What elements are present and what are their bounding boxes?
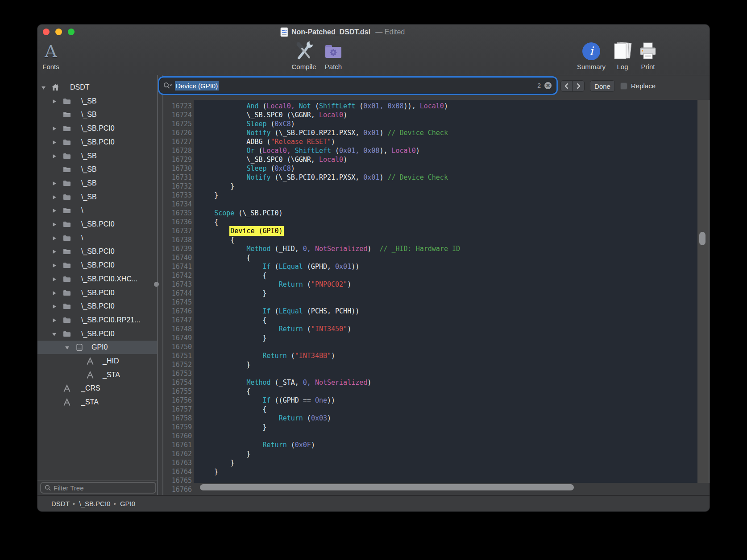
disclosure-open-icon[interactable] — [52, 332, 57, 337]
disclosure-closed-icon[interactable] — [52, 126, 57, 131]
disclosure-closed-icon[interactable] — [52, 140, 57, 145]
horizontal-scrollbar[interactable] — [200, 484, 574, 490]
sidebar-item-label: \_SB — [81, 149, 97, 163]
method-icon — [62, 384, 71, 393]
sidebar-item-sbpci0[interactable]: \_SB.PCI0 — [37, 122, 157, 135]
folder-icon — [62, 316, 71, 325]
breadcrumb-scope[interactable]: \_SB.PCI0 — [79, 500, 110, 507]
sidebar-item-[interactable]: \ — [37, 204, 157, 217]
window-title: Non-Patched_DSDT.dsl — [291, 28, 370, 36]
sidebar-item-label: \_SB — [81, 190, 97, 204]
disclosure-closed-icon[interactable] — [52, 154, 57, 159]
sidebar-item-crs[interactable]: _CRS — [37, 382, 157, 395]
disclosure-closed-icon[interactable] — [52, 249, 57, 254]
find-previous-button[interactable] — [560, 80, 573, 92]
disclosure-closed-icon[interactable] — [52, 291, 57, 296]
sidebar-item-label: _HID — [103, 354, 119, 368]
sidebar-item-sb[interactable]: \_SB — [37, 95, 157, 108]
sidebar-item-label: \_SB — [81, 163, 97, 176]
compile-icon — [293, 41, 315, 62]
sidebar-item-gpi0[interactable]: GPI0 — [37, 341, 157, 354]
zoom-traffic-light[interactable] — [68, 29, 75, 35]
sidebar-item-sbpci0[interactable]: \_SB.PCI0 — [37, 286, 157, 300]
vertical-scrollbar[interactable] — [699, 232, 706, 245]
sidebar-item-sb[interactable]: \_SB — [37, 163, 157, 176]
disclosure-closed-icon[interactable] — [52, 304, 57, 309]
disclosure-closed-icon[interactable] — [52, 263, 57, 268]
disclosure-open-icon[interactable] — [65, 345, 70, 350]
breadcrumb-root[interactable]: DSDT — [51, 500, 70, 507]
folder-icon — [62, 234, 71, 243]
sidebar-item-sbpci0[interactable]: \_SB.PCI0 — [37, 245, 157, 258]
disclosure-closed-icon[interactable] — [52, 181, 57, 186]
sidebar-item-sta[interactable]: _STA — [37, 395, 157, 409]
folder-icon — [62, 97, 71, 106]
disclosure-closed-icon[interactable] — [52, 236, 57, 241]
sidebar-item-sbpci0[interactable]: \_SB.PCI0 — [37, 136, 157, 149]
done-button[interactable]: Done — [590, 80, 615, 92]
sidebar-item-label: \_SB.PCI0 — [81, 259, 115, 272]
folder-icon — [62, 288, 71, 297]
toolbar-item-fonts[interactable]: A Fonts — [37, 41, 71, 70]
disclosure-closed-icon[interactable] — [52, 99, 57, 104]
print-icon — [638, 41, 658, 62]
sidebar-item-sb[interactable]: \_SB — [37, 149, 157, 163]
clear-search-icon[interactable]: ✕ — [544, 82, 552, 89]
code-lines: And (Local0, Not (ShiftLeft (0x01, 0x08)… — [194, 100, 697, 483]
sidebar-item-label: DSDT — [70, 81, 90, 94]
window-header: Non-Patched_DSDT.dsl — Edited A Fonts Co… — [37, 25, 710, 75]
filter-tree-input[interactable]: Filter Tree — [40, 482, 156, 494]
disclosure-closed-icon[interactable] — [52, 195, 57, 200]
chevron-right-icon — [577, 83, 581, 89]
sidebar-item-sb[interactable]: \_SB — [37, 177, 157, 190]
find-query-text: Device (GPI0) — [175, 81, 219, 91]
sidebar-filter-separator — [37, 480, 157, 481]
code-editor[interactable]: And (Local0, Not (ShiftLeft (0x01, 0x08)… — [194, 100, 697, 483]
replace-checkbox[interactable] — [620, 82, 627, 90]
disclosure-open-icon[interactable] — [41, 85, 46, 90]
sidebar-item-sbpci0xhc[interactable]: \_SB.PCI0.XHC... — [37, 272, 157, 286]
toolbar-item-patch[interactable]: Patch — [313, 41, 353, 70]
sidebar-item-sta[interactable]: _STA — [37, 368, 157, 382]
folder-icon — [62, 302, 71, 311]
disclosure-closed-icon[interactable] — [52, 318, 57, 323]
sidebar-item-label: \_SB.PCI0 — [81, 286, 115, 300]
sidebar-item-sbpci0rp21[interactable]: \_SB.PCI0.RP21... — [37, 313, 157, 327]
status-bar: DSDT ▸ \_SB.PCI0 ▸ GPI0 — [37, 495, 710, 511]
toolbar-item-print[interactable]: Print — [628, 41, 668, 70]
method-icon — [86, 357, 95, 366]
window-title-group: Non-Patched_DSDT.dsl — Edited — [280, 27, 405, 37]
close-traffic-light[interactable] — [43, 29, 50, 35]
sidebar-item-sbpci0[interactable]: \_SB.PCI0 — [37, 218, 157, 231]
sidebar-item-sbpci0[interactable]: \_SB.PCI0 — [37, 327, 157, 341]
disclosure-closed-icon[interactable] — [52, 277, 57, 282]
sidebar-item-[interactable]: \ — [37, 231, 157, 245]
disclosure-closed-icon[interactable] — [52, 222, 57, 227]
sidebar-item-label: \_SB — [81, 108, 97, 121]
disclosure-closed-icon[interactable] — [52, 208, 57, 213]
window-title-edited: — Edited — [374, 28, 405, 36]
find-next-button[interactable] — [573, 80, 585, 92]
sidebar-item-sbpci0[interactable]: \_SB.PCI0 — [37, 259, 157, 272]
find-input[interactable]: Device (GPI0) 2 ✕ — [160, 78, 556, 93]
sidebar-item-dsdt[interactable]: DSDT — [37, 81, 157, 94]
folder-icon — [62, 329, 71, 338]
folder-icon — [62, 179, 71, 188]
breadcrumb-device[interactable]: GPI0 — [120, 500, 135, 507]
device-icon — [75, 343, 84, 352]
sidebar-item-label: \_SB.PCI0 — [81, 327, 115, 341]
patch-label: Patch — [313, 63, 353, 70]
sidebar-item-sbpci0[interactable]: \_SB.PCI0 — [37, 300, 157, 313]
sidebar-item-label: \_SB.PCI0.XHC... — [81, 272, 137, 286]
sidebar-item-sb[interactable]: \_SB — [37, 190, 157, 204]
line-marker-dot — [154, 282, 159, 287]
sidebar-item-hid[interactable]: _HID — [37, 354, 157, 368]
search-menu-icon[interactable] — [163, 82, 172, 89]
filter-tree-placeholder: Filter Tree — [54, 484, 84, 492]
folder-icon — [62, 110, 71, 119]
minimize-traffic-light[interactable] — [55, 29, 62, 35]
search-icon — [45, 485, 51, 491]
sidebar-item-label: \ — [81, 204, 83, 217]
fonts-icon: A — [45, 43, 57, 60]
sidebar-item-sb[interactable]: \_SB — [37, 108, 157, 121]
